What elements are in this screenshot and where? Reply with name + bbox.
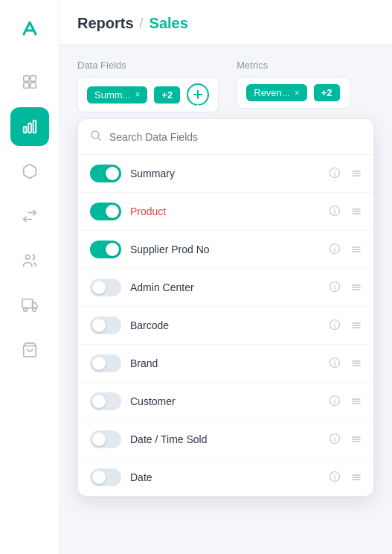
sidebar-nav bbox=[0, 63, 59, 369]
drag-icon-customer[interactable] bbox=[351, 396, 362, 407]
metrics-group: Metrics Reven... × +2 bbox=[237, 60, 350, 112]
field-row-barcode: Barcode bbox=[78, 307, 373, 345]
drag-icon-product[interactable] bbox=[351, 206, 362, 217]
search-bar bbox=[78, 119, 373, 155]
field-label-admin-center: Admin Center bbox=[130, 281, 318, 293]
field-label-brand: Brand bbox=[130, 357, 318, 369]
toggle-knob-barcode bbox=[92, 319, 106, 332]
header: Reports / Sales bbox=[60, 0, 392, 45]
fields-area: Data Fields Summ... × +2 Metrics Reven. bbox=[60, 45, 392, 112]
metrics-revenue-pill[interactable]: Reven... × bbox=[246, 84, 306, 101]
info-icon-barcode[interactable] bbox=[327, 319, 342, 333]
drag-icon-summary[interactable] bbox=[351, 168, 362, 179]
toggle-knob-supplier-prod-no bbox=[106, 243, 119, 256]
info-icon-supplier-prod-no[interactable] bbox=[327, 243, 342, 257]
svg-rect-2 bbox=[23, 83, 28, 88]
sidebar bbox=[0, 0, 60, 554]
toggle-brand[interactable] bbox=[90, 354, 121, 372]
breadcrumb-reports[interactable]: Reports bbox=[77, 15, 134, 32]
breadcrumb-separator: / bbox=[140, 16, 144, 31]
svg-rect-0 bbox=[23, 76, 28, 81]
app-logo[interactable] bbox=[13, 12, 46, 45]
breadcrumb: Reports / Sales bbox=[77, 15, 374, 32]
toggle-knob-customer bbox=[92, 395, 106, 408]
svg-point-26 bbox=[334, 398, 335, 398]
data-fields-dropdown: Summary Product bbox=[77, 118, 374, 497]
sidebar-item-dashboard[interactable] bbox=[10, 63, 49, 101]
info-icon-product[interactable] bbox=[327, 205, 342, 219]
sidebar-item-transfers[interactable] bbox=[10, 197, 49, 235]
field-label-supplier-prod-no: Supplier Prod No bbox=[130, 243, 318, 255]
field-row-date-time-sold: Date / Time Sold bbox=[78, 421, 373, 459]
revenue-pill-label: Reven... bbox=[254, 87, 289, 98]
field-row-product: Product bbox=[78, 193, 373, 231]
field-label-barcode: Barcode bbox=[130, 319, 318, 331]
toggle-date[interactable] bbox=[90, 468, 121, 486]
toggle-knob-admin-center bbox=[92, 281, 106, 294]
toggle-supplier-prod-no[interactable] bbox=[90, 241, 121, 258]
info-icon-date-time-sold[interactable] bbox=[327, 433, 342, 447]
toggle-date-time-sold[interactable] bbox=[90, 430, 121, 448]
breadcrumb-current[interactable]: Sales bbox=[150, 15, 188, 32]
summary-pill-close[interactable]: × bbox=[135, 89, 140, 100]
svg-rect-6 bbox=[33, 121, 36, 133]
toggle-summary[interactable] bbox=[90, 165, 121, 182]
field-label-summary: Summary bbox=[130, 168, 318, 179]
field-label-date-time-sold: Date / Time Sold bbox=[130, 433, 318, 445]
toggle-knob-brand bbox=[92, 357, 106, 370]
svg-point-7 bbox=[25, 255, 30, 260]
summary-pill-label: Summ... bbox=[94, 89, 130, 101]
svg-point-30 bbox=[334, 474, 335, 474]
toggle-knob-summary bbox=[106, 167, 119, 180]
toggle-admin-center[interactable] bbox=[90, 278, 121, 296]
drag-icon-brand[interactable] bbox=[351, 358, 362, 369]
info-icon-date[interactable] bbox=[327, 471, 342, 485]
svg-rect-8 bbox=[22, 299, 32, 308]
drag-icon-barcode[interactable] bbox=[351, 320, 362, 331]
search-input[interactable] bbox=[109, 131, 362, 143]
info-icon-summary[interactable] bbox=[327, 167, 342, 181]
drag-icon-date-time-sold[interactable] bbox=[351, 434, 362, 445]
field-row-brand: Brand bbox=[78, 345, 373, 383]
drag-icon-admin-center[interactable] bbox=[351, 282, 362, 293]
field-row-customer: Customer bbox=[78, 383, 373, 421]
svg-point-10 bbox=[32, 308, 36, 312]
info-icon-customer[interactable] bbox=[327, 395, 342, 409]
field-list: Summary Product bbox=[78, 155, 373, 496]
metrics-label: Metrics bbox=[237, 60, 350, 71]
revenue-pill-close[interactable]: × bbox=[295, 88, 300, 98]
sidebar-item-analytics[interactable] bbox=[10, 107, 49, 146]
toggle-product[interactable] bbox=[90, 203, 121, 220]
toggle-barcode[interactable] bbox=[90, 316, 121, 334]
svg-point-14 bbox=[334, 170, 335, 171]
drag-icon-supplier-prod-no[interactable] bbox=[351, 244, 362, 255]
sidebar-item-inventory[interactable] bbox=[10, 152, 49, 191]
metrics-plus-count[interactable]: +2 bbox=[313, 83, 341, 102]
svg-point-9 bbox=[23, 308, 27, 312]
info-icon-admin-center[interactable] bbox=[327, 281, 342, 295]
svg-rect-5 bbox=[28, 123, 31, 133]
svg-point-20 bbox=[334, 284, 335, 284]
toggle-customer[interactable] bbox=[90, 392, 121, 410]
field-label-customer: Customer bbox=[130, 395, 318, 407]
field-row-date: Date bbox=[78, 459, 373, 496]
sidebar-item-store[interactable] bbox=[10, 331, 49, 369]
field-row-supplier-prod-no: Supplier Prod No bbox=[78, 231, 373, 269]
field-row-admin-center: Admin Center bbox=[78, 269, 373, 307]
data-fields-add-button[interactable] bbox=[187, 83, 209, 106]
main-content: Reports / Sales Data Fields Summ... × +2 bbox=[60, 0, 392, 554]
info-icon-brand[interactable] bbox=[327, 357, 342, 371]
svg-rect-3 bbox=[30, 83, 35, 88]
sidebar-item-delivery[interactable] bbox=[10, 286, 49, 325]
sidebar-item-people[interactable] bbox=[10, 241, 49, 280]
data-fields-plus-count[interactable]: +2 bbox=[153, 86, 181, 104]
svg-rect-4 bbox=[23, 127, 26, 133]
search-icon bbox=[90, 130, 102, 144]
toggle-knob-date-time-sold bbox=[92, 433, 106, 446]
data-fields-group: Data Fields Summ... × +2 bbox=[77, 60, 219, 112]
field-row-summary: Summary bbox=[78, 155, 373, 193]
metrics-pills: Reven... × +2 bbox=[237, 77, 350, 109]
data-fields-summary-pill[interactable]: Summ... × bbox=[87, 86, 147, 104]
svg-point-16 bbox=[334, 208, 335, 208]
drag-icon-date[interactable] bbox=[351, 472, 362, 483]
